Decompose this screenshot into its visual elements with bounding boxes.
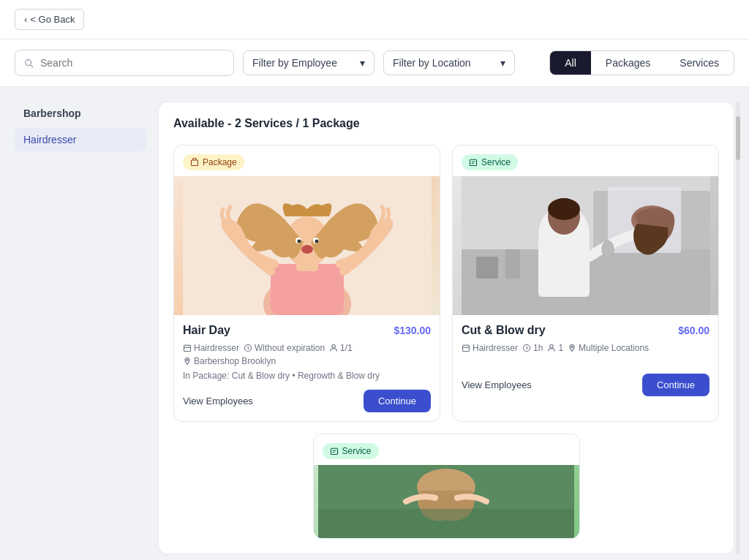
svg-point-12 (301, 245, 313, 254)
package-badge: Package (183, 154, 244, 170)
meta-slots-2: 1 (547, 343, 563, 353)
view-employees-button-2[interactable]: View Employees (462, 379, 532, 390)
meta-category-2: Hairdresser (462, 343, 518, 353)
svg-rect-29 (505, 249, 520, 279)
cut-blowdry-image (453, 176, 718, 315)
card-body: Hair Day $130.00 Hairdresser Without exp… (174, 315, 440, 421)
chevron-left-icon: ‹ (24, 14, 27, 25)
svg-rect-13 (184, 345, 191, 351)
svg-point-31 (602, 241, 614, 258)
svg-rect-37 (331, 448, 337, 454)
card-header: Hair Day $130.00 (183, 324, 431, 337)
svg-rect-40 (318, 509, 574, 538)
scrollbar[interactable] (736, 102, 740, 554)
svg-rect-30 (476, 257, 498, 279)
service-badge-label: Service (481, 157, 511, 167)
filter-employee-label: Filter by Employee (252, 57, 337, 69)
content-panel: Available - 2 Services / 1 Package Packa… (158, 102, 734, 554)
card-body-2: Cut & Blow dry $60.00 Hairdresser 1h (453, 315, 718, 405)
meta-location-2-text: Multiple Locations (579, 343, 649, 353)
continue-button-2[interactable]: Continue (642, 374, 710, 396)
third-service-badge: Service (323, 443, 379, 459)
package-badge-label: Package (203, 157, 237, 167)
third-card-row: Service (173, 434, 719, 539)
third-card-image (314, 465, 579, 538)
sidebar: Barbershop Hairdresser (15, 102, 146, 554)
go-back-button[interactable]: ‹ < Go Back (15, 9, 84, 30)
svg-point-17 (187, 359, 188, 360)
svg-point-26 (548, 198, 580, 220)
tab-all[interactable]: All (550, 51, 591, 75)
meta-duration: 1h (522, 343, 543, 353)
card-hair-day: Package (173, 145, 440, 422)
svg-rect-2 (192, 160, 198, 166)
chevron-down-icon: ▾ (360, 57, 365, 69)
card-badge-area-2: Service (453, 145, 718, 170)
svg-rect-24 (538, 238, 590, 297)
meta-category-2-text: Hairdresser (473, 343, 518, 353)
toolbar: Filter by Employee ▾ Filter by Location … (0, 39, 749, 87)
card-price: $130.00 (394, 325, 431, 336)
svg-line-1 (31, 65, 34, 68)
svg-point-36 (571, 346, 573, 347)
card-package-info: In Package: Cut & Blow dry • Regrowth & … (183, 371, 431, 381)
svg-point-0 (26, 60, 31, 66)
svg-rect-18 (470, 159, 477, 165)
search-box[interactable] (15, 50, 234, 76)
filter-location-dropdown[interactable]: Filter by Location ▾ (383, 50, 515, 75)
cards-grid: Package (173, 145, 719, 422)
hair-day-image (174, 176, 440, 315)
meta-location-2: Multiple Locations (568, 343, 649, 353)
scrollbar-thumb[interactable] (736, 116, 740, 160)
card-third: Service (313, 434, 580, 539)
card-cut-blow-dry: Service (452, 145, 719, 422)
third-service-badge-label: Service (342, 446, 372, 456)
card-meta-3: Hairdresser 1h 1 (462, 343, 710, 353)
meta-category-text: Hairdresser (194, 343, 239, 353)
search-input[interactable] (40, 57, 225, 69)
card-actions-2: View Employees Continue (462, 374, 710, 396)
meta-slots-text: 1/1 (340, 343, 353, 353)
svg-rect-32 (463, 345, 470, 351)
meta-slots: 1/1 (329, 343, 353, 353)
svg-rect-5 (271, 264, 344, 315)
continue-button-1[interactable]: Continue (364, 390, 431, 412)
meta-location-text: Barbershop Brooklyn (194, 356, 276, 366)
sidebar-item-hairdresser[interactable]: Hairdresser (15, 128, 146, 151)
meta-slots-2-text: 1 (558, 343, 563, 353)
svg-point-11 (315, 240, 318, 243)
third-card-badge-area: Service (314, 434, 579, 459)
filter-employee-dropdown[interactable]: Filter by Employee ▾ (243, 50, 374, 75)
card-header-2: Cut & Blow dry $60.00 (462, 324, 710, 337)
filter-location-label: Filter by Location (393, 57, 471, 69)
svg-point-35 (550, 345, 554, 349)
go-back-label: < Go Back (30, 14, 75, 25)
card-badge-area: Package (174, 145, 440, 170)
svg-point-10 (297, 240, 301, 243)
service-badge: Service (462, 154, 518, 170)
sidebar-category: Barbershop (15, 102, 146, 125)
meta-expiration-text: Without expiration (255, 343, 325, 353)
main-layout: Barbershop Hairdresser Available - 2 Ser… (0, 87, 749, 560)
card-meta-2: Barbershop Brooklyn (183, 356, 431, 366)
meta-duration-text: 1h (533, 343, 543, 353)
view-employees-button-1[interactable]: View Employees (183, 396, 253, 406)
meta-expiration: Without expiration (244, 343, 325, 353)
svg-point-16 (332, 345, 336, 349)
view-tabs: All Packages Services (549, 50, 734, 75)
card-title-2: Cut & Blow dry (462, 324, 546, 337)
tab-services[interactable]: Services (665, 51, 734, 75)
content-title: Available - 2 Services / 1 Package (173, 117, 719, 130)
card-price-2: $60.00 (678, 325, 710, 336)
search-icon (24, 56, 34, 69)
meta-location: Barbershop Brooklyn (183, 356, 276, 366)
tab-packages[interactable]: Packages (591, 51, 665, 75)
chevron-down-icon: ▾ (500, 57, 505, 69)
card-title: Hair Day (183, 324, 230, 337)
card-actions: View Employees Continue (183, 390, 431, 412)
meta-category: Hairdresser (183, 343, 239, 353)
card-meta-1: Hairdresser Without expiration 1/1 (183, 343, 431, 353)
